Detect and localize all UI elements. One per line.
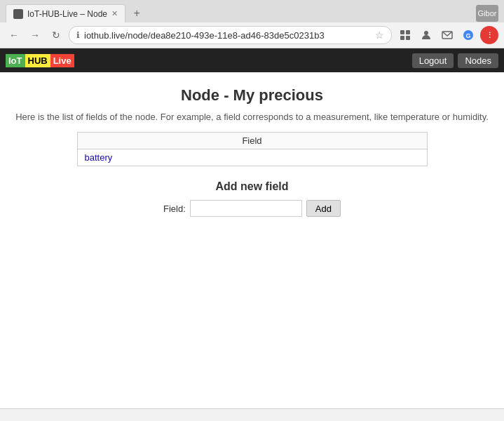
tab-bar: IoT-HUB-Live – Node ✕ + Gibor <box>0 0 504 22</box>
main-content: Node - My precious Here is the list of f… <box>0 72 504 231</box>
bookmark-icon[interactable]: ☆ <box>375 29 384 41</box>
brand-hub: HUB <box>25 54 50 67</box>
fields-table: Field battery <box>77 132 428 166</box>
toolbar-icons: G ⋮ <box>396 26 498 44</box>
add-field-form: Field: Add <box>14 200 490 217</box>
add-field-title: Add new field <box>14 180 490 193</box>
svg-rect-0 <box>400 30 404 34</box>
nodes-button[interactable]: Nodes <box>458 53 498 68</box>
app-navbar: IoT HUB Live Logout Nodes <box>0 48 504 72</box>
svg-point-4 <box>424 31 428 35</box>
table-row: battery <box>77 149 427 166</box>
field-input-label: Field: <box>163 203 186 214</box>
tab-title: IoT-HUB-Live – Node <box>27 9 107 19</box>
svg-rect-3 <box>406 36 410 40</box>
tab-favicon <box>13 9 23 19</box>
active-tab[interactable]: IoT-HUB-Live – Node ✕ <box>6 4 125 22</box>
profile-icon[interactable] <box>417 26 435 44</box>
svg-text:G: G <box>465 32 470 39</box>
reload-button[interactable]: ↻ <box>48 27 64 44</box>
forward-button[interactable]: → <box>27 27 43 44</box>
brand: IoT HUB Live <box>6 54 74 67</box>
field-link[interactable]: battery <box>85 152 113 163</box>
avatar-icon[interactable]: G <box>459 26 477 44</box>
svg-rect-2 <box>400 36 404 40</box>
email-icon[interactable] <box>438 26 456 44</box>
add-field-section: Add new field Field: Add <box>14 180 490 217</box>
field-input[interactable] <box>190 200 302 217</box>
extensions-icon[interactable] <box>396 26 414 44</box>
page-description: Here is the list of fields of the node. … <box>14 112 490 122</box>
svg-rect-1 <box>406 30 410 34</box>
lock-icon: ℹ <box>76 30 80 40</box>
brand-live: Live <box>50 54 74 67</box>
add-field-button[interactable]: Add <box>306 200 341 217</box>
address-bar-row: ← → ↻ ℹ iothub.live/node/dea8e210-493e-1… <box>0 22 504 48</box>
page-title: Node - My precious <box>14 86 490 105</box>
new-tab-button[interactable]: + <box>128 5 145 22</box>
back-button[interactable]: ← <box>6 27 22 44</box>
profile-button[interactable]: Gibor <box>476 5 498 22</box>
tab-close-button[interactable]: ✕ <box>111 9 118 18</box>
browser-chrome: IoT-HUB-Live – Node ✕ + Gibor ← → ↻ ℹ io… <box>0 0 504 48</box>
url-text: iothub.live/node/dea8e210-493e-11e8-ad46… <box>84 30 371 41</box>
logout-button[interactable]: Logout <box>412 53 454 68</box>
field-column-header: Field <box>77 133 427 149</box>
address-bar[interactable]: ℹ iothub.live/node/dea8e210-493e-11e8-ad… <box>69 26 392 44</box>
brand-iot: IoT <box>6 54 25 67</box>
menu-icon[interactable]: ⋮ <box>480 26 498 44</box>
